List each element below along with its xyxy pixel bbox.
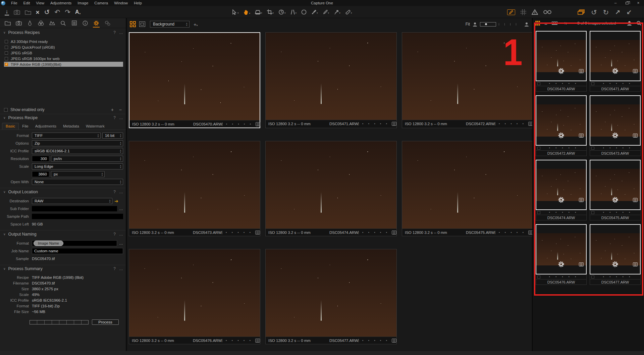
delete-icon[interactable]: ×: [36, 9, 40, 15]
viewer-tile[interactable]: ISO 12800 3.2 s -- 0 mmDSC05475.ARW• • •…: [402, 141, 533, 236]
select-checkbox[interactable]: [537, 275, 540, 278]
tab-adjustments[interactable]: Adjustments: [32, 123, 60, 130]
thumbnail-cell[interactable]: • • • • • DSC05474.ARW: [536, 160, 587, 220]
rating-dots[interactable]: • • • • •: [362, 339, 389, 342]
process-summary-header[interactable]: ∨ Process Summary ?…: [0, 265, 126, 272]
export-arrow-icon[interactable]: ↗: [615, 9, 620, 15]
resolution-unit-select[interactable]: px/in∧∨: [51, 156, 123, 162]
menu-image[interactable]: Image: [74, 0, 91, 6]
rating-dots[interactable]: • • • • •: [549, 211, 578, 214]
bit-depth-select[interactable]: 16 bit∧∨: [102, 133, 123, 139]
rating-dots[interactable]: • • • • •: [362, 122, 389, 125]
open-with-select[interactable]: None∧∨: [32, 179, 123, 185]
process-recipes-header[interactable]: ∨ Process Recipes ?…: [0, 29, 126, 36]
capture-icon[interactable]: [14, 10, 20, 15]
open-folder-icon[interactable]: [25, 10, 31, 15]
recipe-checkbox[interactable]: [5, 46, 8, 49]
menu-help[interactable]: Help: [131, 0, 145, 6]
tab-adjustments-icon[interactable]: [70, 19, 78, 28]
redo-icon[interactable]: ↷: [65, 9, 70, 15]
select-checkbox[interactable]: [591, 147, 594, 150]
adjustments-badge-icon[interactable]: [392, 339, 396, 343]
thumbnail-cell[interactable]: • • • • • DSC05476.ARW: [536, 224, 587, 285]
grid-overlay-icon[interactable]: [521, 9, 526, 15]
search-icon[interactable]: [636, 21, 641, 26]
select-checkbox[interactable]: [495, 231, 495, 234]
more-icon[interactable]: …: [119, 190, 123, 194]
tab-exposure-icon[interactable]: [48, 19, 56, 28]
select-checkbox[interactable]: [591, 82, 594, 85]
thumbnail-cell[interactable]: • • • • • DSC05473.ARW: [590, 95, 641, 156]
grid-view-icon[interactable]: [535, 21, 540, 26]
select-checkbox[interactable]: [222, 122, 223, 126]
eyedropper-tool[interactable]: ▾: [323, 9, 329, 15]
thumbnail-cell[interactable]: • • • • • DSC05477.ARW: [590, 224, 641, 285]
help-icon[interactable]: ?: [113, 190, 116, 194]
photo-preview[interactable]: [402, 141, 533, 229]
select-checkbox[interactable]: [537, 211, 540, 214]
recipe-checkbox[interactable]: [5, 40, 8, 43]
thumbnail-image[interactable]: [590, 95, 641, 146]
rating-dots[interactable]: • • • • •: [603, 275, 632, 278]
tab-batch-icon[interactable]: [104, 19, 111, 28]
menu-view[interactable]: View: [33, 0, 47, 6]
annotations-toggle[interactable]: [507, 9, 515, 15]
list-view-icon[interactable]: ≡: [544, 21, 547, 26]
tab-basic[interactable]: Basic: [2, 123, 19, 130]
tab-color-icon[interactable]: [37, 19, 45, 28]
recipe-checkbox[interactable]: [5, 51, 8, 55]
rating-dots[interactable]: • • • • •: [226, 231, 253, 234]
viewer-tile[interactable]: ISO 12800 3.2 s -- 0 mmDSC05477.ARW• • •…: [265, 249, 397, 344]
proof-glasses-icon[interactable]: [543, 10, 551, 14]
copies-icon[interactable]: [578, 9, 585, 15]
single-view-icon[interactable]: [139, 21, 145, 27]
pointer-tool[interactable]: ▾: [232, 9, 239, 15]
select-checkbox[interactable]: [495, 122, 495, 125]
viewer-tile[interactable]: ISO 12800 3.2 s -- 0 mmDSC05476.ARW• • •…: [129, 249, 260, 344]
format-select[interactable]: TIFF∧∨: [32, 133, 101, 139]
rotate-cw-icon[interactable]: ↻: [603, 9, 609, 16]
process-button[interactable]: Process: [92, 319, 119, 325]
rotate-tool[interactable]: ▾: [278, 9, 286, 15]
keystone-tool[interactable]: ▾: [290, 9, 297, 15]
background-select[interactable]: Background∧∨: [150, 21, 190, 28]
output-location-header[interactable]: ∨ Output Location ?…: [0, 188, 126, 195]
photo-preview[interactable]: [266, 141, 396, 229]
help-icon[interactable]: ?: [113, 115, 116, 120]
select-checkbox[interactable]: [222, 231, 222, 234]
more-icon[interactable]: …: [119, 266, 123, 271]
photo-preview[interactable]: [129, 33, 260, 120]
add-view-button[interactable]: +▾: [194, 21, 198, 27]
adjustments-badge-icon[interactable]: [255, 339, 260, 343]
thumbnail-image[interactable]: [536, 160, 587, 210]
photo-preview[interactable]: [402, 33, 533, 120]
tab-watermark[interactable]: Watermark: [83, 123, 108, 130]
photo-preview[interactable]: [266, 249, 396, 337]
thumbnail-image[interactable]: [590, 31, 641, 81]
image-name-token[interactable]: Image Name: [34, 241, 63, 246]
rating-dots[interactable]: • • • • •: [362, 231, 389, 234]
undo-icon[interactable]: ↶: [54, 9, 60, 15]
viewer-tile[interactable]: ISO 12800 3.2 s -- 0 mmDSC05472.ARW• • •…: [402, 32, 533, 128]
select-checkbox[interactable]: [222, 339, 222, 342]
naming-format-input[interactable]: Image Name: [32, 240, 117, 246]
zoom-slider[interactable]: [480, 22, 516, 27]
menu-file[interactable]: File: [8, 0, 20, 6]
select-checkbox[interactable]: [591, 211, 594, 214]
select-checkbox[interactable]: [358, 122, 359, 125]
minimize-button[interactable]: –: [610, 0, 621, 6]
recipe-checkbox[interactable]: [5, 57, 8, 60]
adjustments-badge-icon[interactable]: [256, 122, 260, 126]
menu-edit[interactable]: Edit: [20, 0, 33, 6]
recipe-row[interactable]: JPEG QuickProof (sRGB): [4, 45, 126, 50]
more-icon[interactable]: …: [119, 115, 123, 120]
adjustments-badge-icon[interactable]: [392, 231, 396, 235]
loupe-tool[interactable]: ▾: [255, 10, 262, 15]
sub-folder-browse-button[interactable]: …: [119, 206, 123, 211]
scale-mode-select[interactable]: Long Edge∧∨: [32, 163, 123, 169]
styles-icon[interactable]: A▾: [75, 9, 80, 15]
tab-metadata[interactable]: Metadata: [60, 123, 83, 130]
person-icon[interactable]: [627, 21, 632, 26]
rating-dots[interactable]: • • • • •: [499, 231, 526, 234]
output-naming-header[interactable]: ∨ Output Naming ?…: [0, 230, 126, 238]
